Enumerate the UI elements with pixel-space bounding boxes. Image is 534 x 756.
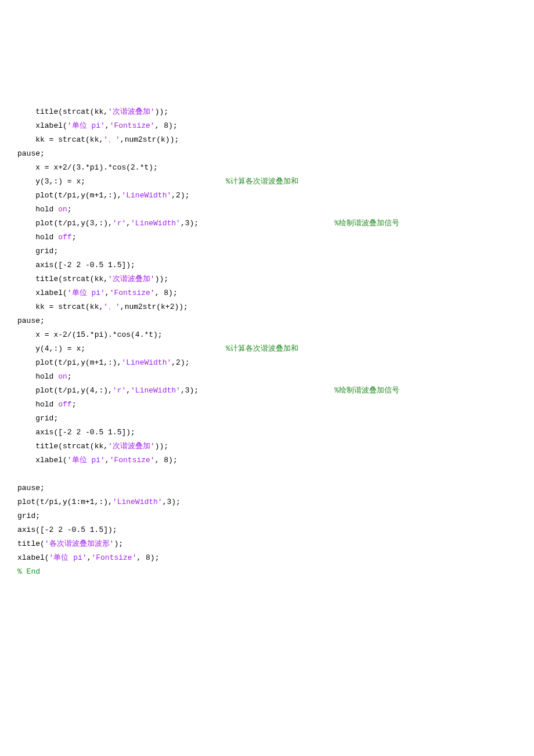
code-text: kk = strcat(kk, [35, 303, 103, 311]
code-line: title(strcat(kk,'次谐波叠加')); [17, 272, 517, 286]
code-line: hold off; [17, 231, 517, 244]
string-literal: 'Fontsize' [91, 553, 136, 562]
code-text: xlabel( [35, 121, 67, 130]
code-text: x = x+2/(3.*pi).*cos(2.*t); [35, 163, 158, 172]
code-text: grid; [35, 247, 58, 255]
code-line: plot(t/pi,y(m+1,:),'LineWidth',2); [17, 356, 517, 370]
comment: %绘制谐波叠加信号 [334, 386, 399, 395]
code-text: axis([-2 2 -0.5 1.5]); [35, 428, 135, 437]
code-text: ,3); [163, 498, 181, 506]
indent [17, 289, 35, 297]
string-literal: 'r' [113, 386, 126, 395]
code-line: plot(t/pi,y(3,:),'r','LineWidth',3); %绘制… [17, 217, 517, 231]
string-literal: 'LineWidth' [121, 191, 171, 200]
code-text: , [105, 289, 110, 297]
code-text: , [126, 386, 131, 395]
string-literal: '、' [103, 135, 120, 144]
code-text: hold [35, 233, 58, 242]
code-text: pause; [17, 149, 45, 158]
code-line: pause; [17, 314, 517, 328]
code-line: xlabel('单位 pi','Fontsize', 8); [17, 453, 517, 467]
code-line: kk = strcat(kk,'、',num2str(k)); [17, 133, 517, 147]
code-text: ,3); [181, 386, 334, 395]
code-text: xlabel( [35, 289, 67, 297]
code-text: , 8); [155, 456, 178, 465]
indent [17, 414, 35, 423]
code-line: kk = strcat(kk,'、',num2str(k+2)); [17, 300, 517, 314]
indent [17, 121, 35, 130]
indent [17, 177, 35, 186]
code-line: plot(t/pi,y(m+1,:),'LineWidth',2); [17, 189, 517, 203]
code-text: hold [35, 372, 58, 381]
indent [17, 428, 35, 437]
code-text: ; [67, 205, 72, 214]
code-text: xlabel( [17, 553, 49, 562]
code-line: axis([-2 2 -0.5 1.5]); [17, 426, 517, 440]
string-literal: on [58, 205, 67, 214]
code-line: y(4,:) = x; %计算各次谐波叠加和 [17, 342, 517, 356]
code-text: , [105, 456, 110, 465]
string-literal: off [58, 400, 71, 409]
code-line: pause; [17, 481, 517, 495]
code-text: ,2); [171, 358, 189, 367]
code-text: )); [155, 275, 168, 283]
code-text: y(4,:) = x; [35, 344, 226, 353]
code-text: ; [72, 400, 77, 409]
indent [17, 107, 35, 116]
code-text: ); [114, 539, 123, 548]
code-line: y(3,:) = x; %计算各次谐波叠加和 [17, 175, 517, 189]
code-text: y(3,:) = x; [35, 177, 226, 186]
code-text: ,num2str(k)); [120, 135, 179, 144]
comment: %绘制谐波叠加信号 [334, 219, 399, 228]
string-literal: 'LineWidth' [113, 498, 163, 506]
code-line: xlabel('单位 pi','Fontsize', 8); [17, 119, 517, 133]
string-literal: '单位 pi' [67, 121, 105, 130]
code-text: , [126, 219, 131, 228]
indent [17, 456, 35, 465]
code-line: plot(t/pi,y(4,:),'r','LineWidth',3); %绘制… [17, 384, 517, 398]
string-literal: '次谐波叠加' [108, 107, 155, 116]
code-text: hold [35, 400, 58, 409]
code-text: grid; [35, 414, 58, 423]
comment: %计算各次谐波叠加和 [226, 344, 298, 353]
indent [17, 233, 35, 242]
code-text: title(strcat(kk, [35, 275, 108, 283]
string-literal: 'r' [113, 219, 126, 228]
code-text: ; [67, 372, 72, 381]
code-line: grid; [17, 244, 517, 258]
string-literal: 'LineWidth' [131, 219, 181, 228]
indent [17, 191, 35, 200]
string-literal: on [58, 372, 67, 381]
code-line: axis([-2 2 -0.5 1.5]); [17, 523, 517, 537]
code-block: title(strcat(kk,'次谐波叠加')); xlabel('单位 pi… [17, 105, 517, 579]
code-line: x = x+2/(3.*pi).*cos(2.*t); [17, 161, 517, 175]
code-line: title(strcat(kk,'次谐波叠加')); [17, 440, 517, 453]
code-text: kk = strcat(kk, [35, 135, 103, 144]
code-text: plot(t/pi,y(4,:), [35, 386, 113, 395]
code-line: % End [17, 565, 517, 579]
code-line: axis([-2 2 -0.5 1.5]); [17, 258, 517, 272]
code-line: grid; [17, 509, 517, 523]
indent [17, 275, 35, 283]
string-literal: 'Fontsize' [110, 289, 155, 297]
code-text: ,3); [181, 219, 334, 228]
string-literal: '、' [103, 303, 120, 311]
string-literal: 'LineWidth' [131, 386, 181, 395]
indent [17, 163, 35, 172]
indent [17, 135, 35, 144]
string-literal: '次谐波叠加' [108, 275, 155, 283]
string-literal: '各次谐波叠加波形' [45, 539, 114, 548]
indent [17, 219, 35, 228]
code-line: xlabel('单位 pi','Fontsize', 8); [17, 551, 517, 565]
code-line: grid; [17, 412, 517, 426]
code-text: x = x-2/(15.*pi).*cos(4.*t); [35, 330, 162, 339]
code-text: hold [35, 205, 58, 214]
code-line: hold on; [17, 370, 517, 384]
indent [17, 386, 35, 395]
code-text: )); [155, 107, 168, 116]
indent [17, 330, 35, 339]
code-text: ,num2str(k+2)); [120, 303, 188, 311]
indent [17, 372, 35, 381]
code-line [17, 467, 517, 481]
code-text: title(strcat(kk, [35, 442, 108, 451]
